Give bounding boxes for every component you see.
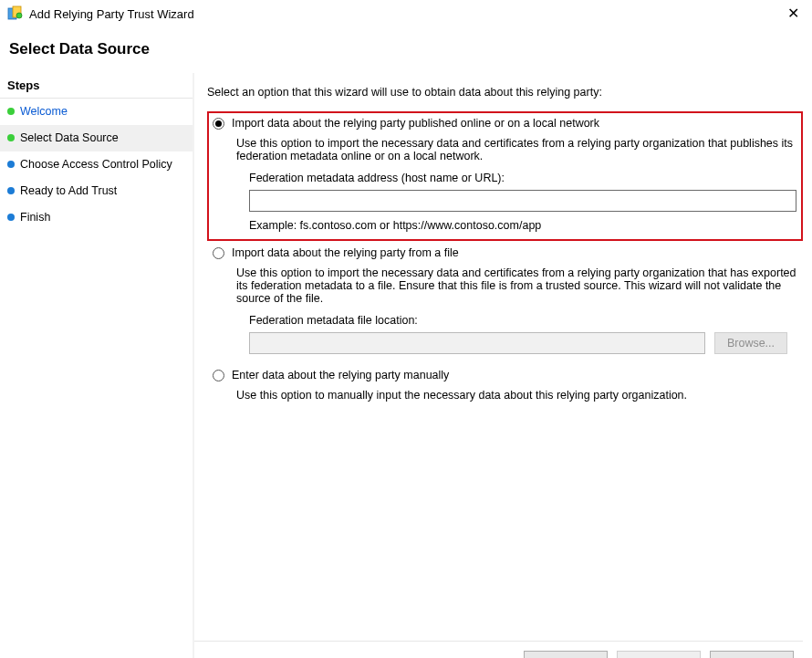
step-welcome[interactable]: Welcome [0, 99, 193, 125]
page-title: Select Data Source [0, 27, 812, 73]
option-import-file: Import data about the relying party from… [207, 241, 803, 363]
instruction-text: Select an option that this wizard will u… [207, 86, 803, 99]
svg-point-2 [16, 13, 22, 18]
metadata-file-input [249, 332, 705, 354]
metadata-address-label: Federation metadata address (host name o… [249, 172, 797, 184]
step-bullet-icon [7, 214, 15, 221]
step-bullet-icon [7, 134, 15, 141]
step-choose-access-control-policy[interactable]: Choose Access Control Policy [0, 151, 193, 178]
step-label: Ready to Add Trust [20, 184, 117, 198]
main-panel: Select an option that this wizard will u… [193, 73, 812, 658]
step-label: Select Data Source [20, 131, 119, 145]
metadata-file-label: Federation metadata file location: [249, 314, 797, 327]
close-icon[interactable]: ✕ [784, 6, 803, 21]
radio-manual[interactable] [213, 370, 224, 381]
radio-import-file[interactable] [213, 247, 224, 259]
browse-button: Browse... [714, 332, 787, 354]
option-manual: Enter data about the relying party manua… [207, 363, 803, 411]
step-label: Welcome [20, 105, 68, 119]
step-bullet-icon [7, 161, 15, 168]
option-import-online-desc: Use this option to import the necessary … [236, 137, 797, 162]
window-title: Add Relying Party Trust Wizard [29, 7, 784, 21]
option-import-online-title: Import data about the relying party publ… [232, 117, 599, 130]
step-finish[interactable]: Finish [0, 204, 193, 231]
previous-button[interactable]: < Previous [524, 651, 608, 658]
step-label: Choose Access Control Policy [20, 158, 172, 172]
option-manual-title: Enter data about the relying party manua… [232, 369, 449, 381]
title-bar: Add Relying Party Trust Wizard ✕ [0, 0, 812, 27]
steps-sidebar: Steps Welcome Select Data Source Choose … [0, 73, 193, 658]
option-import-file-desc: Use this option to import the necessary … [236, 266, 797, 305]
wizard-icon [7, 5, 24, 22]
step-ready-to-add-trust[interactable]: Ready to Add Trust [0, 178, 193, 204]
step-select-data-source[interactable]: Select Data Source [0, 125, 193, 151]
cancel-button[interactable]: Cancel [710, 651, 794, 658]
step-label: Finish [20, 211, 50, 225]
wizard-footer: < Previous Next > Cancel [194, 641, 803, 658]
radio-import-online[interactable] [213, 118, 224, 130]
step-bullet-icon [7, 108, 15, 115]
metadata-address-example: Example: fs.contoso.com or https://www.c… [249, 219, 797, 232]
steps-header: Steps [0, 73, 193, 99]
option-manual-desc: Use this option to manually input the ne… [236, 389, 797, 402]
step-bullet-icon [7, 187, 15, 194]
option-import-file-title: Import data about the relying party from… [232, 246, 459, 259]
option-import-online: Import data about the relying party publ… [207, 111, 803, 241]
metadata-address-input[interactable] [249, 190, 796, 212]
next-button: Next > [617, 651, 701, 658]
